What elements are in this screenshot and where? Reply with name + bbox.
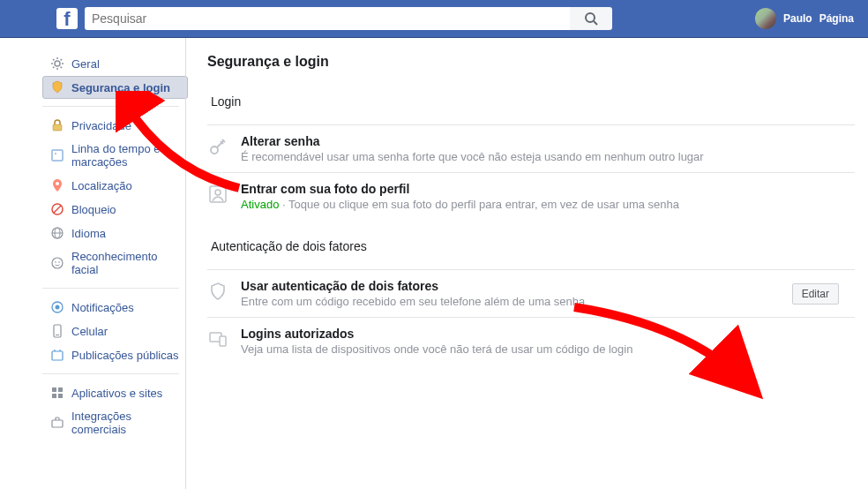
svg-rect-22 xyxy=(52,394,56,398)
svg-point-5 xyxy=(55,153,56,154)
sidebar-item-general[interactable]: Geral xyxy=(42,52,188,75)
row-body: Usar autenticação de dois fatores Entre … xyxy=(241,279,780,308)
svg-point-6 xyxy=(56,182,59,185)
sidebar-item-timeline[interactable]: Linha do tempo e marcações xyxy=(42,138,188,173)
divider xyxy=(42,106,179,107)
svg-rect-29 xyxy=(220,336,226,346)
svg-line-1 xyxy=(594,21,597,25)
row-title: Usar autenticação de dois fatores xyxy=(241,279,780,293)
svg-rect-19 xyxy=(52,351,63,360)
sidebar-item-label: Segurança e login xyxy=(71,81,170,94)
bell-icon xyxy=(50,300,64,314)
lock-icon xyxy=(50,118,64,132)
svg-line-8 xyxy=(54,206,61,213)
svg-point-12 xyxy=(52,258,63,268)
facebook-logo[interactable]: f xyxy=(56,8,78,29)
row-change-password[interactable]: Alterar senha É recomendável usar uma se… xyxy=(207,124,855,172)
search-wrap xyxy=(85,7,570,30)
search-icon xyxy=(584,11,598,26)
svg-rect-23 xyxy=(58,394,63,398)
sidebar-item-label: Geral xyxy=(71,57,100,71)
search-button[interactable] xyxy=(570,7,612,30)
sidebar-item-label: Privacidade xyxy=(71,119,131,132)
svg-rect-24 xyxy=(52,420,63,427)
divider xyxy=(42,288,179,289)
row-profile-login[interactable]: Entrar com sua foto do perfil Ativado · … xyxy=(207,172,855,220)
row-body: Alterar senha É recomendável usar uma se… xyxy=(241,134,855,163)
sidebar-item-label: Publicações públicas xyxy=(71,349,178,362)
row-title: Logins autorizados xyxy=(241,327,855,341)
avatar[interactable] xyxy=(755,8,776,29)
devices-icon xyxy=(207,328,228,350)
row-desc: Veja uma lista de dispositivos onde você… xyxy=(241,342,855,356)
profile-pic-icon xyxy=(207,184,228,205)
sidebar-item-notifications[interactable]: Notificações xyxy=(42,296,188,319)
main: Segurança e login Login Alterar senha É … xyxy=(185,38,868,489)
sidebar-item-mobile[interactable]: Celular xyxy=(42,320,188,342)
svg-point-27 xyxy=(215,190,221,195)
page-title: Segurança e login xyxy=(207,54,868,70)
mobile-icon xyxy=(50,324,64,338)
divider xyxy=(42,373,179,374)
svg-rect-20 xyxy=(52,387,56,392)
row-title: Entrar com sua foto do perfil xyxy=(241,182,855,196)
user-name[interactable]: Paulo xyxy=(783,12,812,25)
row-title: Alterar senha xyxy=(241,134,855,148)
search-input[interactable] xyxy=(85,7,570,30)
sidebar-item-label: Localização xyxy=(71,179,132,192)
svg-point-2 xyxy=(55,61,60,66)
svg-rect-21 xyxy=(58,387,63,392)
sidebar-item-location[interactable]: Localização xyxy=(42,174,188,197)
header-right: Paulo Página xyxy=(755,8,854,29)
briefcase-icon xyxy=(50,416,64,430)
face-icon xyxy=(50,256,64,270)
sidebar-item-label: Integrações comerciais xyxy=(71,410,180,436)
section-twofactor: Autenticação de dois fatores Usar autent… xyxy=(207,239,868,365)
sidebar-item-label: Bloqueio xyxy=(71,203,116,216)
page-link[interactable]: Página xyxy=(819,12,854,25)
svg-point-14 xyxy=(58,261,60,263)
content: Geral Segurança e login Privacidade Linh… xyxy=(0,38,868,489)
globe-icon xyxy=(50,226,64,240)
sidebar-item-face[interactable]: Reconhecimento facial xyxy=(42,245,188,281)
svg-point-16 xyxy=(56,305,60,310)
key-icon xyxy=(207,136,228,157)
sidebar-item-language[interactable]: Idioma xyxy=(42,222,188,244)
sidebar-item-blocking[interactable]: Bloqueio xyxy=(42,198,188,221)
section-header: Autenticação de dois fatores xyxy=(207,239,868,253)
row-desc: Ativado · Toque ou clique em sua foto do… xyxy=(241,198,855,211)
public-icon xyxy=(50,348,64,362)
sidebar-item-label: Celular xyxy=(71,325,108,338)
gear-icon xyxy=(50,56,64,71)
sidebar-item-label: Aplicativos e sites xyxy=(71,387,162,400)
row-desc: É recomendável usar uma senha forte que … xyxy=(241,150,855,163)
sidebar-item-privacy[interactable]: Privacidade xyxy=(42,114,188,137)
section-login: Login Alterar senha É recomendável usar … xyxy=(207,94,868,220)
apps-icon xyxy=(50,386,64,400)
row-body: Logins autorizados Veja uma lista de dis… xyxy=(241,327,855,356)
sidebar-item-label: Idioma xyxy=(71,227,106,240)
svg-point-13 xyxy=(55,261,56,263)
svg-rect-4 xyxy=(52,150,63,161)
edit-button[interactable]: Editar xyxy=(792,283,839,305)
svg-point-25 xyxy=(211,147,218,154)
shield-outline-icon xyxy=(207,281,228,302)
sidebar-item-apps[interactable]: Aplicativos e sites xyxy=(42,381,188,404)
row-use-2fa[interactable]: Usar autenticação de dois fatores Entre … xyxy=(207,269,855,317)
block-icon xyxy=(50,202,64,216)
svg-point-0 xyxy=(586,13,595,22)
sidebar-item-security[interactable]: Segurança e login xyxy=(42,76,188,99)
sidebar-item-public[interactable]: Publicações públicas xyxy=(42,343,188,366)
row-body: Entrar com sua foto do perfil Ativado · … xyxy=(241,182,855,211)
status-badge: Ativado xyxy=(241,198,279,211)
row-desc: Entre com um código recebido em seu tele… xyxy=(241,295,780,308)
location-icon xyxy=(50,178,64,192)
sidebar-item-label: Linha do tempo e marcações xyxy=(71,142,180,169)
tag-icon xyxy=(50,148,64,162)
section-header: Login xyxy=(207,94,868,109)
row-authorized-logins[interactable]: Logins autorizados Veja uma lista de dis… xyxy=(207,317,855,365)
sidebar-item-label: Reconhecimento facial xyxy=(71,250,180,276)
svg-rect-26 xyxy=(210,186,226,202)
sidebar-item-biz[interactable]: Integrações comerciais xyxy=(42,405,188,440)
svg-rect-3 xyxy=(53,124,62,131)
